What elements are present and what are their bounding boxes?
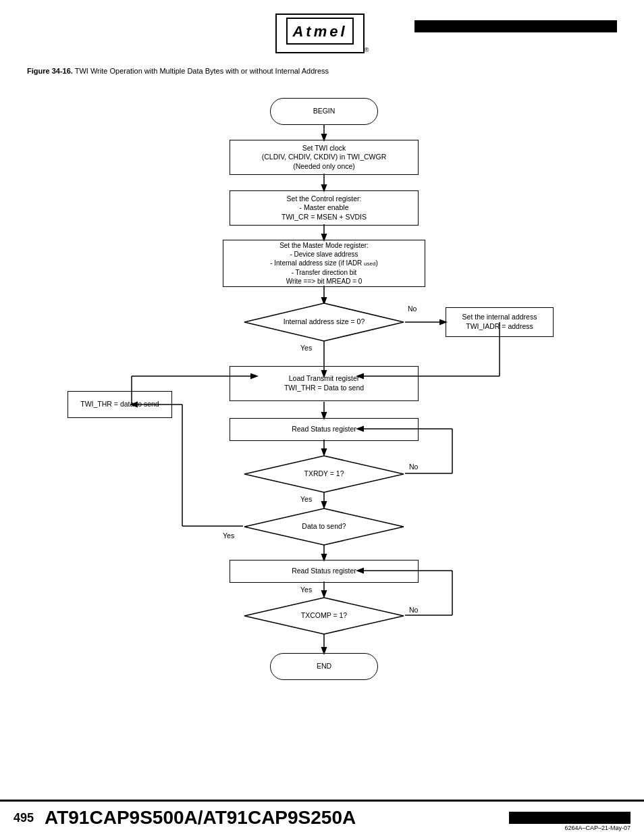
atmel-logo-svg: Atmel bbox=[286, 18, 354, 45]
set-master-label: Set the Master Mode register:- Device sl… bbox=[270, 241, 378, 285]
set-control-node: Set the Control register:- Master enable… bbox=[230, 190, 419, 226]
set-internal-label: Set the internal addressTWI_IADR = addre… bbox=[462, 313, 537, 331]
header: Atmel ® bbox=[27, 14, 617, 53]
footer: 495 AT91CAP9S500A/AT91CAP9S250A 6264A–CA… bbox=[0, 800, 644, 834]
svg-text:Atmel: Atmel bbox=[292, 23, 347, 40]
logo: Atmel bbox=[275, 14, 365, 53]
internal-addr-label: Internal address size = 0? bbox=[284, 317, 365, 327]
txcomp-label: TXCOMP = 1? bbox=[301, 611, 347, 621]
read-status2-label: Read Status register bbox=[292, 567, 356, 576]
txcomp-diamond: TXCOMP = 1? bbox=[243, 596, 405, 635]
begin-node: BEGIN bbox=[270, 98, 378, 125]
begin-label: BEGIN bbox=[313, 107, 336, 116]
no-label-2: No bbox=[409, 463, 418, 471]
load-transmit-label: Load Transmit registerTWI_THR = Data to … bbox=[284, 374, 364, 392]
data-to-send-diamond: Data to send? bbox=[243, 507, 405, 546]
page: Atmel ® Figure 34-16. TWI Write Operatio… bbox=[0, 0, 644, 834]
set-clock-label: Set TWI clock(CLDIV, CHDIV, CKDIV) in TW… bbox=[262, 144, 387, 172]
yes-label-2: Yes bbox=[300, 495, 312, 503]
load-transmit-node: Load Transmit registerTWI_THR = Data to … bbox=[230, 366, 419, 401]
figure-label: Figure 34-16. bbox=[27, 67, 73, 75]
footer-title: AT91CAP9S500A/AT91CAP9S250A bbox=[45, 807, 502, 829]
txrdy-label: TXRDY = 1? bbox=[304, 469, 344, 479]
figure-caption: Figure 34-16. TWI Write Operation with M… bbox=[27, 67, 617, 75]
footer-bar bbox=[509, 812, 630, 824]
set-master-node: Set the Master Mode register:- Device sl… bbox=[223, 240, 425, 287]
data-to-send-label: Data to send? bbox=[302, 522, 346, 531]
yes-label-3: Yes bbox=[223, 531, 234, 540]
header-bar bbox=[414, 20, 617, 32]
read-status1-label: Read Status register bbox=[292, 425, 356, 434]
end-node: END bbox=[270, 653, 378, 680]
txrdy-diamond: TXRDY = 1? bbox=[243, 454, 405, 494]
footer-ref: 6264A–CAP–21-May-07 bbox=[564, 825, 630, 831]
twi-thr-label: TWI_THR = data to send bbox=[80, 400, 159, 409]
end-label: END bbox=[317, 662, 331, 671]
logo-area: Atmel ® bbox=[275, 14, 369, 53]
yes-label-1: Yes bbox=[300, 344, 312, 352]
footer-page: 495 bbox=[14, 811, 34, 825]
no-label-3: No bbox=[409, 606, 418, 614]
flowchart: BEGIN Set TWI clock(CLDIV, CHDIV, CKDIV)… bbox=[27, 86, 621, 761]
set-control-label: Set the Control register:- Master enable… bbox=[281, 194, 367, 222]
logo-reg: ® bbox=[365, 47, 369, 53]
read-status1-node: Read Status register bbox=[230, 418, 419, 441]
no-label-1: No bbox=[408, 305, 417, 313]
internal-addr-diamond: Internal address size = 0? bbox=[243, 302, 405, 342]
set-internal-node: Set the internal addressTWI_IADR = addre… bbox=[446, 307, 554, 337]
read-status2-node: Read Status register bbox=[230, 560, 419, 583]
figure-title: TWI Write Operation with Multiple Data B… bbox=[73, 67, 329, 75]
twi-thr-node: TWI_THR = data to send bbox=[68, 391, 172, 418]
set-clock-node: Set TWI clock(CLDIV, CHDIV, CKDIV) in TW… bbox=[230, 140, 419, 175]
yes-label-4: Yes bbox=[300, 585, 312, 594]
